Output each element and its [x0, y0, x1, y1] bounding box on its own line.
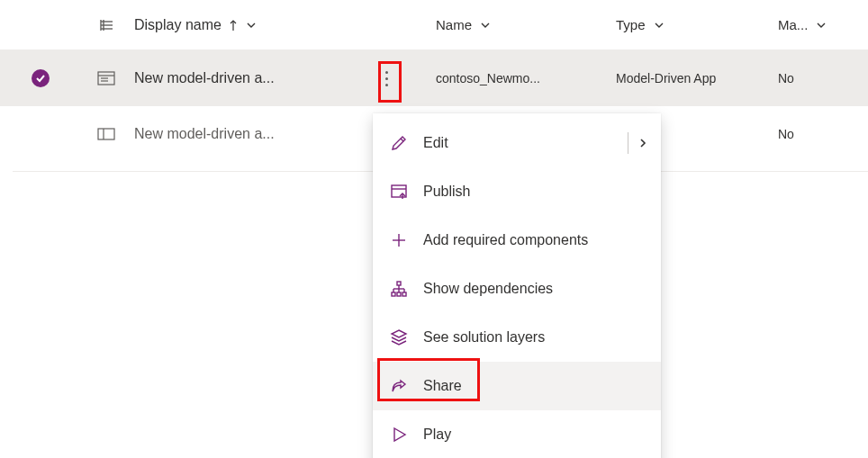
divider: [628, 132, 628, 154]
play-icon: [389, 425, 409, 445]
menu-item-play[interactable]: Play: [373, 410, 661, 458]
column-header-label: Display name: [134, 17, 222, 33]
table-row[interactable]: New model-driven a... contoso_Newmo... M…: [0, 50, 868, 106]
chevron-down-icon: [815, 19, 827, 31]
cell-display-name[interactable]: New model-driven a...: [131, 70, 360, 86]
sort-asc-icon: [229, 19, 238, 31]
list-settings-icon: [98, 17, 114, 33]
column-icon-header[interactable]: [81, 17, 131, 33]
context-menu: Edit Publish Add required components Sho…: [373, 113, 661, 458]
submenu-indicator[interactable]: [628, 132, 648, 154]
plus-icon: [389, 230, 409, 250]
row-type-icon: [81, 128, 131, 140]
layers-icon: [389, 328, 409, 347]
column-header-managed[interactable]: Ma...: [774, 17, 868, 32]
hierarchy-icon: [389, 279, 409, 299]
menu-item-share[interactable]: Share: [373, 362, 661, 410]
menu-item-label: Share: [423, 378, 462, 394]
column-header-label: Name: [436, 17, 472, 32]
column-header-label: Type: [616, 17, 646, 32]
column-header-label: Ma...: [778, 17, 808, 32]
svg-rect-10: [98, 129, 114, 139]
menu-item-label: Add required components: [423, 232, 588, 248]
menu-item-label: See solution layers: [423, 329, 545, 346]
selected-check-icon: [32, 69, 50, 87]
menu-item-show-dependencies[interactable]: Show dependencies: [373, 265, 661, 313]
app-modern-icon: [97, 128, 115, 140]
share-icon: [389, 376, 409, 396]
menu-item-edit[interactable]: Edit: [373, 119, 661, 167]
app-classic-icon: [97, 71, 115, 85]
row-type-icon: [81, 71, 131, 85]
svg-rect-18: [397, 282, 401, 285]
menu-item-publish[interactable]: Publish: [373, 167, 661, 216]
menu-item-label: Show dependencies: [423, 281, 553, 297]
chevron-down-icon: [653, 19, 665, 31]
column-header-type[interactable]: Type: [612, 17, 774, 32]
svg-rect-19: [392, 292, 395, 296]
menu-item-see-solution-layers[interactable]: See solution layers: [373, 313, 661, 362]
cell-type: Model-Driven App: [612, 71, 774, 85]
menu-item-label: Publish: [423, 184, 470, 200]
row-actions-button[interactable]: [378, 71, 394, 86]
chevron-down-icon: [245, 19, 258, 31]
chevron-down-icon: [479, 19, 492, 31]
column-header-display-name[interactable]: Display name: [131, 17, 360, 33]
row-select[interactable]: [0, 69, 81, 87]
header-row: Display name Name Type Ma...: [0, 0, 868, 50]
pencil-icon: [389, 133, 409, 153]
svg-marker-27: [392, 330, 406, 337]
cell-managed: No: [774, 127, 868, 141]
cell-display-name[interactable]: New model-driven a...: [131, 126, 360, 142]
menu-item-add-required-components[interactable]: Add required components: [373, 216, 661, 265]
chevron-right-icon: [637, 137, 648, 149]
svg-rect-20: [397, 292, 401, 296]
cell-name: contoso_Newmo...: [432, 71, 612, 85]
menu-item-label: Play: [423, 427, 451, 443]
cell-managed: No: [774, 71, 868, 85]
menu-item-label: Edit: [423, 135, 448, 151]
svg-marker-28: [394, 428, 405, 441]
publish-icon: [389, 182, 409, 202]
svg-line-12: [401, 139, 403, 141]
column-header-name[interactable]: Name: [432, 17, 612, 32]
svg-rect-21: [402, 292, 406, 296]
